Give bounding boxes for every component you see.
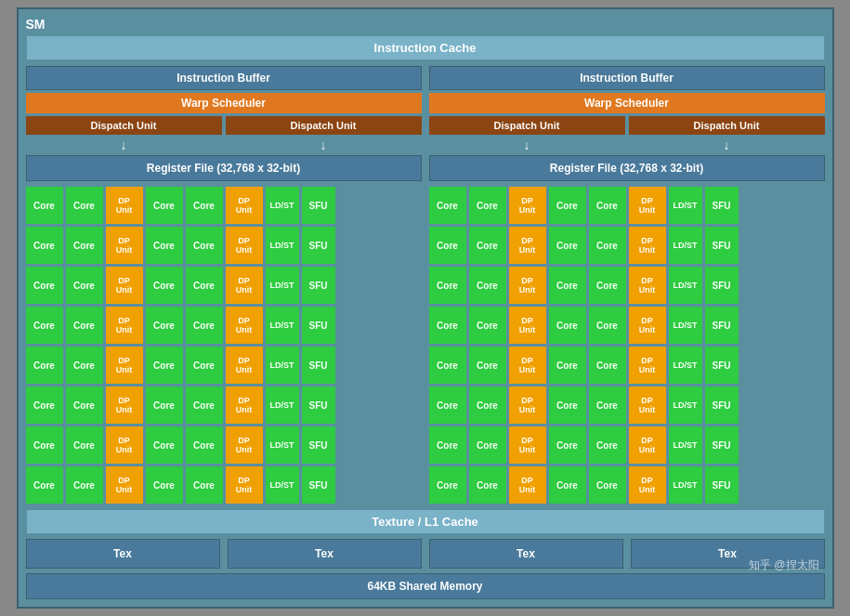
left-ldst: LD/ST — [266, 466, 299, 504]
left-core: Core — [186, 426, 223, 464]
right-core: Core — [589, 187, 626, 224]
texture-cache: Texture / L1 Cache — [26, 509, 825, 534]
left-dp: DPUnit — [106, 227, 143, 264]
shared-memory: 64KB Shared Memory — [26, 573, 825, 599]
right-core: Core — [549, 187, 586, 224]
right-row-4: Core Core DPUnit Core Core DPUnit LD/ST … — [429, 307, 825, 344]
left-core: Core — [26, 466, 63, 504]
left-dp: DPUnit — [226, 187, 263, 224]
left-cores-grid: Core Core DPUnit Core Core DPUnit LD/ST … — [26, 187, 422, 504]
right-core: Core — [429, 227, 466, 264]
right-core: Core — [549, 466, 586, 504]
right-dp: DPUnit — [629, 466, 666, 504]
left-dp: DPUnit — [106, 347, 143, 384]
right-dp: DPUnit — [509, 187, 546, 224]
left-ldst: LD/ST — [266, 187, 299, 224]
left-core: Core — [66, 347, 103, 384]
left-core: Core — [26, 187, 63, 224]
right-core: Core — [589, 347, 626, 384]
left-row-1: Core Core DPUnit Core Core DPUnit LD/ST … — [26, 187, 422, 224]
right-core: Core — [589, 307, 626, 344]
right-dp: DPUnit — [509, 426, 546, 464]
left-dp: DPUnit — [226, 347, 263, 384]
left-ldst: LD/ST — [266, 267, 299, 304]
right-half: Instruction Buffer Warp Scheduler Dispat… — [429, 66, 825, 504]
left-half: Instruction Buffer Warp Scheduler Dispat… — [26, 66, 422, 504]
right-dp: DPUnit — [629, 307, 666, 344]
right-core: Core — [549, 426, 586, 464]
left-ldst: LD/ST — [266, 387, 299, 424]
right-warp-scheduler: Warp Scheduler — [429, 93, 825, 113]
sm-container: SM Instruction Cache Instruction Buffer … — [17, 7, 834, 609]
right-arrow-1: ↓ — [429, 138, 625, 152]
left-core: Core — [26, 267, 63, 304]
left-core: Core — [66, 387, 103, 424]
right-core: Core — [469, 347, 506, 384]
left-ldst: LD/ST — [266, 307, 299, 344]
left-core: Core — [186, 187, 223, 224]
left-row-6: Core Core DPUnit Core Core DPUnit LD/ST … — [26, 387, 422, 424]
right-dp: DPUnit — [509, 267, 546, 304]
right-dp: DPUnit — [509, 227, 546, 264]
left-core: Core — [186, 227, 223, 264]
left-core: Core — [146, 387, 183, 424]
right-dp: DPUnit — [629, 387, 666, 424]
right-row-3: Core Core DPUnit Core Core DPUnit LD/ST … — [429, 267, 825, 304]
left-row-4: Core Core DPUnit Core Core DPUnit LD/ST … — [26, 307, 422, 344]
right-cores-grid: Core Core DPUnit Core Core DPUnit LD/ST … — [429, 187, 825, 504]
right-core: Core — [469, 426, 506, 464]
left-core: Core — [66, 466, 103, 504]
left-core: Core — [146, 187, 183, 224]
right-core: Core — [549, 307, 586, 344]
right-core: Core — [469, 466, 506, 504]
left-warp-scheduler: Warp Scheduler — [26, 93, 422, 113]
tex-3: Tex — [429, 539, 623, 569]
right-core: Core — [429, 466, 466, 504]
left-dp: DPUnit — [106, 426, 143, 464]
right-instruction-buffer: Instruction Buffer — [429, 66, 825, 90]
left-ldst: LD/ST — [266, 347, 299, 384]
right-core: Core — [429, 307, 466, 344]
left-core: Core — [66, 227, 103, 264]
right-dp: DPUnit — [629, 227, 666, 264]
left-core: Core — [26, 426, 63, 464]
left-arrow-2: ↓ — [226, 138, 422, 152]
right-core: Core — [429, 387, 466, 424]
left-sfu: SFU — [302, 227, 335, 264]
left-core: Core — [186, 387, 223, 424]
left-row-2: Core Core DPUnit Core Core DPUnit LD/ST … — [26, 227, 422, 264]
right-core: Core — [549, 387, 586, 424]
right-dp: DPUnit — [629, 347, 666, 384]
left-sfu: SFU — [302, 426, 335, 464]
right-ldst: LD/ST — [669, 267, 702, 304]
right-core: Core — [469, 307, 506, 344]
right-ldst: LD/ST — [669, 307, 702, 344]
right-core: Core — [589, 466, 626, 504]
right-core: Core — [589, 267, 626, 304]
right-core: Core — [429, 426, 466, 464]
right-core: Core — [469, 387, 506, 424]
instruction-cache: Instruction Cache — [26, 35, 825, 60]
left-row-3: Core Core DPUnit Core Core DPUnit LD/ST … — [26, 267, 422, 304]
right-row-8: Core Core DPUnit Core Core DPUnit LD/ST … — [429, 466, 825, 504]
left-dp: DPUnit — [106, 267, 143, 304]
left-core: Core — [66, 307, 103, 344]
right-core: Core — [469, 187, 506, 224]
right-sfu: SFU — [705, 426, 739, 464]
right-core: Core — [589, 426, 626, 464]
right-sfu: SFU — [705, 267, 739, 304]
left-core: Core — [146, 307, 183, 344]
right-core: Core — [589, 227, 626, 264]
right-dispatch-row: Dispatch Unit Dispatch Unit — [429, 116, 825, 135]
left-dp: DPUnit — [106, 187, 143, 224]
right-sfu: SFU — [705, 187, 739, 224]
left-sfu: SFU — [302, 347, 335, 384]
left-core: Core — [66, 267, 103, 304]
left-core: Core — [26, 227, 63, 264]
right-row-2: Core Core DPUnit Core Core DPUnit LD/ST … — [429, 227, 825, 264]
right-core: Core — [429, 187, 466, 224]
right-row-1: Core Core DPUnit Core Core DPUnit LD/ST … — [429, 187, 825, 224]
right-core: Core — [429, 267, 466, 304]
left-arrows: ↓ ↓ — [26, 138, 422, 152]
left-dp: DPUnit — [106, 466, 143, 504]
